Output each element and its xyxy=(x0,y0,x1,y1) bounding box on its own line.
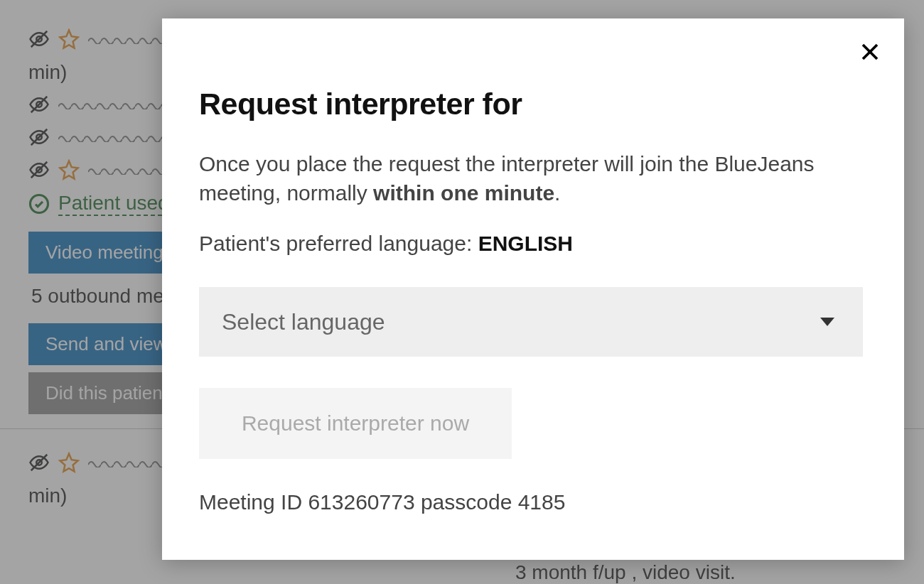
preferred-language-label: Patient's preferred language: xyxy=(199,232,478,255)
chevron-down-icon xyxy=(820,318,834,326)
request-interpreter-button[interactable]: Request interpreter now xyxy=(199,388,512,459)
modal-title: Request interpreter for xyxy=(199,87,867,121)
language-select-placeholder: Select language xyxy=(222,309,385,335)
request-interpreter-modal: Request interpreter for Once you place t… xyxy=(162,18,904,560)
modal-description: Once you place the request the interpret… xyxy=(199,150,867,207)
close-icon xyxy=(859,41,881,65)
close-button[interactable] xyxy=(853,36,887,70)
preferred-language-row: Patient's preferred language: ENGLISH xyxy=(199,232,867,256)
desc-bold: within one minute xyxy=(373,181,554,205)
language-select[interactable]: Select language xyxy=(199,287,863,357)
meeting-info: Meeting ID 613260773 passcode 4185 xyxy=(199,490,867,514)
preferred-language-value: ENGLISH xyxy=(478,232,573,255)
desc-after: . xyxy=(554,181,560,205)
